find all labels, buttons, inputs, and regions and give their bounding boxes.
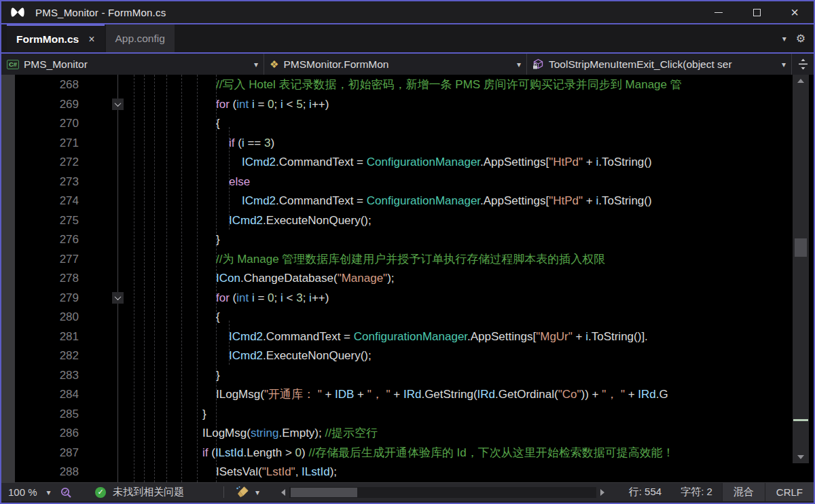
- code-token: 5: [296, 98, 302, 111]
- code-line[interactable]: ICmd2.ExecuteNonQuery();: [124, 346, 791, 366]
- window-title: PMS_Monitor - FormMon.cs: [35, 7, 166, 18]
- code-token: int: [236, 291, 249, 304]
- code-token: 0: [268, 98, 274, 111]
- code-lines[interactable]: //写入 Hotel 表记录数据，初始密码，新增一条 PMS 房间许可购买记录并…: [124, 75, 791, 482]
- gear-icon[interactable]: ⚙: [796, 32, 805, 45]
- code-token: .AppSettings[: [480, 194, 549, 207]
- code-token: "HtPd": [549, 194, 583, 207]
- code-line[interactable]: if (i == 3): [124, 134, 791, 154]
- vertical-scrollbar-thumb[interactable]: [795, 238, 807, 257]
- code-token: +: [583, 194, 596, 207]
- code-token: ): [302, 446, 308, 459]
- code-line[interactable]: else: [124, 173, 791, 192]
- code-token: //为 Manage 管理数据库创建用户并授予订单执行存储过程脚本表的插入权限: [216, 253, 605, 266]
- code-token: )) +: [581, 388, 602, 401]
- code-token: ++): [312, 98, 329, 111]
- code-token: ICmd2: [229, 330, 263, 343]
- code-token: +: [322, 388, 335, 401]
- outlining-margin-line: [117, 75, 118, 482]
- code-token: .ExecuteNonQuery();: [263, 349, 372, 362]
- zoom-control[interactable]: 100 % ▾: [1, 486, 60, 498]
- member-name: ToolStripMenuItemExit_Click(object ser: [549, 58, 732, 71]
- code-token: .ToString()].: [588, 330, 648, 343]
- code-line[interactable]: for (int i = 0; i < 5; i++): [124, 95, 791, 115]
- code-token: +: [625, 388, 638, 401]
- close-tab-icon[interactable]: ×: [88, 33, 94, 46]
- code-token: .G: [656, 388, 668, 401]
- code-line[interactable]: {: [124, 308, 791, 327]
- code-line[interactable]: if (ILstId.Length > 0) //存储最后生成开通体验库的 Id…: [124, 444, 791, 463]
- tab-strip-tools: ▾ ⚙: [782, 24, 814, 52]
- code-token: }: [202, 408, 206, 420]
- code-token: "开通库： ": [264, 388, 322, 401]
- document-tab-strip: FormMon.cs × App.config ▾ ⚙: [1, 24, 814, 54]
- code-line[interactable]: }: [124, 405, 791, 425]
- minimize-button[interactable]: [700, 1, 738, 23]
- close-window-button[interactable]: ×: [776, 1, 814, 23]
- tab-list-chevron-icon[interactable]: ▾: [782, 35, 786, 43]
- split-window-icon: [798, 58, 808, 70]
- code-line[interactable]: ICmd2.CommandText = ConfigurationManager…: [124, 153, 791, 173]
- code-line[interactable]: ICmd2.ExecuteNonQuery();: [124, 211, 791, 231]
- code-cleanup-button[interactable]: ▾: [235, 486, 259, 499]
- member-dropdown[interactable]: ToolStripMenuItemExit_Click(object ser ▾: [527, 54, 792, 75]
- fold-collapse-button[interactable]: [112, 98, 124, 110]
- code-token: ILogMsg(: [202, 427, 251, 439]
- code-token: ICmd2: [229, 349, 263, 362]
- line-ending-indicator[interactable]: CRLF: [765, 483, 814, 501]
- scroll-right-arrow-icon[interactable]: [600, 489, 604, 496]
- type-dropdown[interactable]: ❖ PMSMonitor.FormMon ▾: [264, 54, 527, 75]
- project-name: PMS_Monitor: [24, 58, 88, 71]
- code-line[interactable]: ICmd2.CommandText = ConfigurationManager…: [124, 192, 791, 211]
- fold-collapse-button[interactable]: [112, 292, 124, 304]
- code-token: "HtPd": [549, 156, 583, 168]
- code-line[interactable]: ILogMsg(string.Empty); //提示空行: [124, 424, 791, 444]
- code-line[interactable]: //写入 Hotel 表记录数据，初始密码，新增一条 PMS 房间许可购买记录并…: [124, 75, 791, 95]
- code-line[interactable]: ICmd2.CommandText = ConfigurationManager…: [124, 327, 791, 347]
- code-token: for: [216, 291, 230, 304]
- code-token: "Co": [558, 388, 581, 401]
- private-method-icon: [532, 58, 544, 70]
- encoding-indicator[interactable]: 混合: [722, 483, 765, 501]
- code-token: );: [387, 272, 394, 285]
- chevron-down-icon: ▾: [254, 60, 258, 69]
- code-token: .ExecuteNonQuery();: [263, 214, 372, 227]
- horizontal-scrollbar[interactable]: [289, 487, 596, 498]
- code-token: 0: [295, 446, 302, 459]
- code-token: <: [283, 98, 296, 111]
- document-health-icon[interactable]: [60, 486, 72, 499]
- csharp-project-icon: C#: [7, 60, 19, 69]
- code-token: else: [229, 175, 250, 188]
- code-line[interactable]: ILogMsg("开通库： " + IDB + "， " + IRd.GetSt…: [124, 385, 791, 405]
- tab-app-config[interactable]: App.config: [106, 24, 175, 52]
- code-line[interactable]: for (int i = 0; i < 3; i++): [124, 289, 791, 308]
- code-line[interactable]: //为 Manage 管理数据库创建用户并授予订单执行存储过程脚本表的插入权限: [124, 250, 791, 270]
- code-token: }: [216, 369, 220, 382]
- code-token: }: [216, 233, 220, 246]
- vs-main-window: PMS_Monitor - FormMon.cs × FormMon.cs × …: [0, 0, 815, 504]
- scroll-up-arrow-icon[interactable]: [793, 76, 809, 86]
- code-line[interactable]: ICon.ChangeDatabase("Manage");: [124, 269, 791, 289]
- scroll-left-arrow-icon[interactable]: [281, 489, 285, 496]
- line-indicator[interactable]: 行: 554: [619, 486, 671, 499]
- code-token: //提示空行: [325, 427, 377, 439]
- code-line[interactable]: ISetsVal("LstId", ILstId);: [124, 463, 791, 482]
- code-navigation-bar: C# PMS_Monitor ▾ ❖ PMSMonitor.FormMon ▾ …: [1, 54, 814, 75]
- code-line[interactable]: }: [124, 230, 791, 250]
- column-indicator[interactable]: 字符: 2: [671, 486, 722, 499]
- code-token: 0: [268, 291, 274, 304]
- split-window-button[interactable]: [792, 54, 814, 75]
- cursor-status: 行: 554 字符: 2 混合 CRLF: [619, 483, 814, 501]
- scroll-down-arrow-icon[interactable]: [793, 452, 809, 462]
- maximize-button[interactable]: [738, 1, 776, 23]
- code-line[interactable]: }: [124, 366, 791, 386]
- horizontal-scrollbar-thumb[interactable]: [291, 488, 357, 497]
- code-editor[interactable]: 2682692702712722732742752762772782792802…: [1, 75, 814, 482]
- vertical-scrollbar[interactable]: [793, 75, 809, 463]
- project-dropdown[interactable]: C# PMS_Monitor ▾: [1, 54, 264, 75]
- code-line[interactable]: {: [124, 114, 791, 134]
- tab-formmon-cs[interactable]: FormMon.cs ×: [7, 24, 105, 52]
- code-token: ): [270, 137, 274, 149]
- code-token: ICmd2: [242, 194, 276, 207]
- code-token: ConfigurationManager: [367, 156, 480, 168]
